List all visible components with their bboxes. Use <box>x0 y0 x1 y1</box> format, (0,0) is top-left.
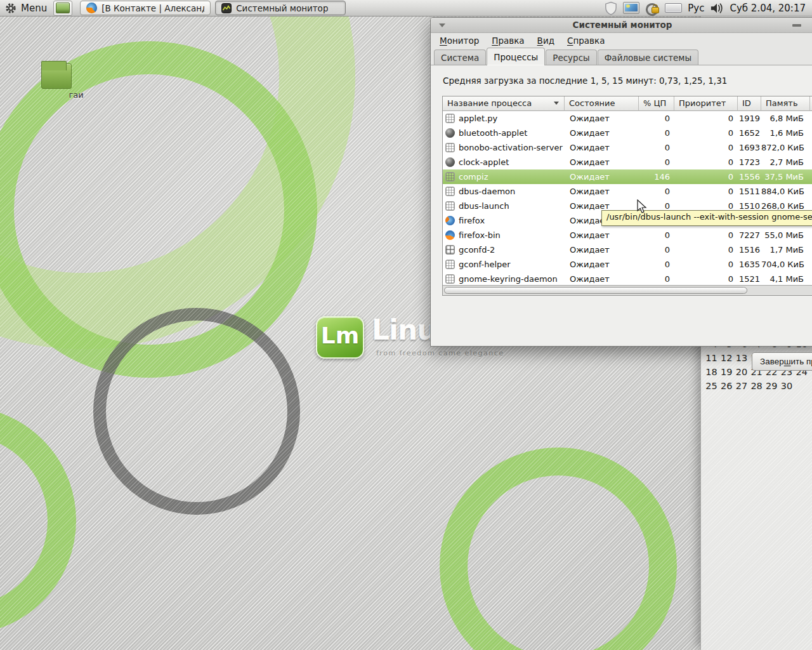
process-name: applet.py <box>459 114 497 123</box>
window-title: Системный монитор <box>573 20 672 30</box>
column-header-label: Состояние <box>569 98 615 108</box>
tab-2[interactable]: Процессы <box>487 48 545 65</box>
process-row-dbus-daemon[interactable]: dbus-daemonОжидает001511884,0 КиБ <box>443 184 812 199</box>
cell-id: 7227 <box>738 230 761 240</box>
calendar-day[interactable]: 30 <box>779 381 794 391</box>
column-header-2[interactable]: Состояние <box>565 96 639 111</box>
process-row-gconf-helper[interactable]: gconf-helperОжидает001635704,0 КиБ <box>443 257 812 272</box>
firefox-process-icon <box>445 230 455 240</box>
system-monitor-icon <box>221 3 232 13</box>
menu-2[interactable]: Правка <box>485 34 530 47</box>
clock[interactable]: Суб 2.04, 20:17 <box>730 3 806 14</box>
cell-name: compiz <box>443 172 565 182</box>
calendar-day[interactable]: 28 <box>749 381 764 391</box>
cell-name: applet.py <box>443 114 565 123</box>
generic-process-icon <box>445 114 455 123</box>
cell-state: Ожидает <box>565 143 639 152</box>
cell-name: firefox <box>443 216 565 225</box>
cell-name: bluetooth-applet <box>443 128 565 138</box>
menu-button[interactable]: Menu <box>0 0 53 16</box>
tab-1[interactable]: Система <box>434 50 486 65</box>
cell-id: 1521 <box>738 274 761 284</box>
cell-memory: 37,5 МиБ <box>761 172 806 182</box>
sphere-process-icon <box>445 128 455 138</box>
process-row-compiz[interactable]: compizОжидает1460155637,5 МиБ <box>443 169 812 184</box>
calendar-day[interactable]: 19 <box>719 367 734 377</box>
column-header-4[interactable]: Приоритет <box>674 96 738 111</box>
process-row-bluetooth-applet[interactable]: bluetooth-appletОжидает0016521,6 МиБ <box>443 126 812 140</box>
process-row-bonobo-activation-server[interactable]: bonobo-activation-serverОжидает001693872… <box>443 140 812 155</box>
minimize-icon[interactable] <box>792 24 801 27</box>
calendar-day[interactable]: 11 <box>704 353 719 363</box>
process-name: dbus-daemon <box>459 187 515 196</box>
mint-badge-icon: Lm <box>316 316 364 359</box>
process-row-clock-applet[interactable]: clock-appletОжидает0017232,7 МиБ <box>443 155 812 169</box>
system-monitor-window: Системный монитор МониторПравкаВидСправк… <box>430 17 812 347</box>
tab-bar: СистемаПроцессыРесурсыФайловые системы <box>434 49 812 65</box>
menu-label: Menu <box>21 3 47 14</box>
cell-name: firefox-bin <box>443 230 565 240</box>
wallpaper-ring-bottom <box>440 448 677 650</box>
cell-id: 1919 <box>738 114 761 123</box>
taskbar-button-system-monitor[interactable]: Системный монитор <box>215 1 346 15</box>
column-header-label: % ЦП <box>643 98 666 108</box>
cell-memory: 55,0 МиБ <box>761 230 806 240</box>
process-name: bluetooth-applet <box>459 128 527 138</box>
cell-memory: 704,0 КиБ <box>761 260 806 269</box>
keyboard-layout-indicator[interactable]: Рус <box>688 3 704 14</box>
cell-name: gconf-helper <box>443 260 565 269</box>
calendar-day[interactable]: 20 <box>733 367 749 377</box>
cell-id: 1556 <box>738 172 761 182</box>
wallpaper-ring-gray <box>93 308 300 515</box>
process-row-firefox-bin[interactable]: firefox-binОжидает00722755,0 МиБ <box>443 228 812 242</box>
cell-state: Ожидает <box>565 230 639 240</box>
calendar-day[interactable]: 18 <box>704 367 719 377</box>
taskbar-label: Системный монитор <box>236 3 328 13</box>
keyring-icon[interactable] <box>645 2 659 14</box>
cell-name: gnome-keyring-daemon <box>443 274 565 284</box>
end-process-button[interactable]: Завершить про <box>752 352 812 371</box>
table-header: Название процессаСостояние% ЦППриоритетI… <box>443 96 812 111</box>
show-desktop-button[interactable] <box>53 1 72 16</box>
keyboard-icon[interactable] <box>665 3 682 13</box>
process-name: dbus-launch <box>459 201 509 211</box>
window-shade-icon[interactable] <box>439 23 445 27</box>
calendar-day[interactable]: 25 <box>704 381 719 391</box>
calendar-day[interactable]: 13 <box>733 353 749 363</box>
cell-memory: 1,7 МиБ <box>761 245 806 255</box>
display-settings-icon[interactable] <box>623 2 639 14</box>
calendar-day[interactable]: 29 <box>764 381 779 391</box>
column-header-label: ID <box>742 98 751 108</box>
column-header-1[interactable]: Название процесса <box>443 96 565 111</box>
menu-1[interactable]: Монитор <box>433 34 485 47</box>
column-header-6[interactable]: Память <box>761 96 810 111</box>
scrollbar-thumb[interactable] <box>444 287 747 294</box>
window-titlebar[interactable]: Системный монитор <box>431 18 812 33</box>
cell-id: 1516 <box>738 245 761 255</box>
menu-4[interactable]: Справка <box>561 34 612 47</box>
column-header-5[interactable]: ID <box>738 96 761 111</box>
column-header-label: Память <box>766 98 798 108</box>
cell-cpu: 0 <box>639 260 674 269</box>
column-header-3[interactable]: % ЦП <box>639 96 674 111</box>
menu-3[interactable]: Вид <box>531 34 561 47</box>
cell-nice: 0 <box>674 143 738 152</box>
taskbar-button-firefox[interactable]: [В Контакте | Александ... <box>80 1 211 15</box>
tab-3[interactable]: Ресурсы <box>546 50 597 65</box>
cell-id: 1511 <box>738 187 761 196</box>
process-name: gconfd-2 <box>459 245 495 255</box>
volume-icon[interactable] <box>710 2 724 15</box>
process-row-applet.py[interactable]: applet.pyОжидает0019196,8 МиБ <box>443 111 812 126</box>
calendar-day[interactable]: 12 <box>719 353 734 363</box>
tab-4[interactable]: Файловые системы <box>598 50 698 65</box>
calendar-day[interactable]: 27 <box>733 381 749 391</box>
process-name: gconf-helper <box>459 260 511 269</box>
shield-icon[interactable] <box>605 1 617 15</box>
process-row-gnome-keyring-daemon[interactable]: gnome-keyring-daemonОжидает0015214,1 МиБ <box>443 272 812 285</box>
process-row-gconfd-2[interactable]: gconfd-2Ожидает0015161,7 МиБ <box>443 242 812 257</box>
calendar-day[interactable] <box>794 381 809 391</box>
cell-state: Ожидает <box>565 260 639 269</box>
column-header-label: Приоритет <box>679 98 726 108</box>
horizontal-scrollbar[interactable] <box>443 285 812 295</box>
calendar-day[interactable]: 26 <box>719 381 734 391</box>
